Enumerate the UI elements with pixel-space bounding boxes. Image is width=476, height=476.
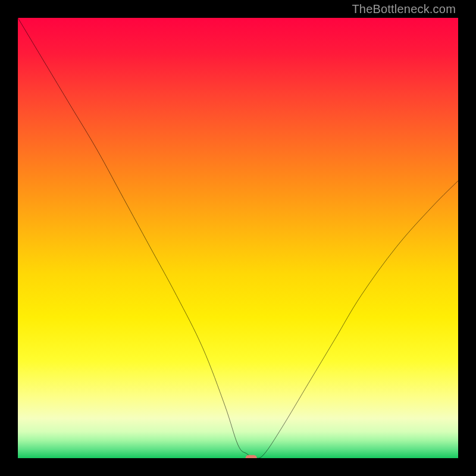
minimum-marker [246,455,257,458]
watermark-text: TheBottleneck.com [352,2,456,16]
plot-area [18,18,458,458]
chart-frame: TheBottleneck.com [0,0,476,476]
bottleneck-curve-path [18,18,458,458]
bottleneck-curve [18,18,458,458]
